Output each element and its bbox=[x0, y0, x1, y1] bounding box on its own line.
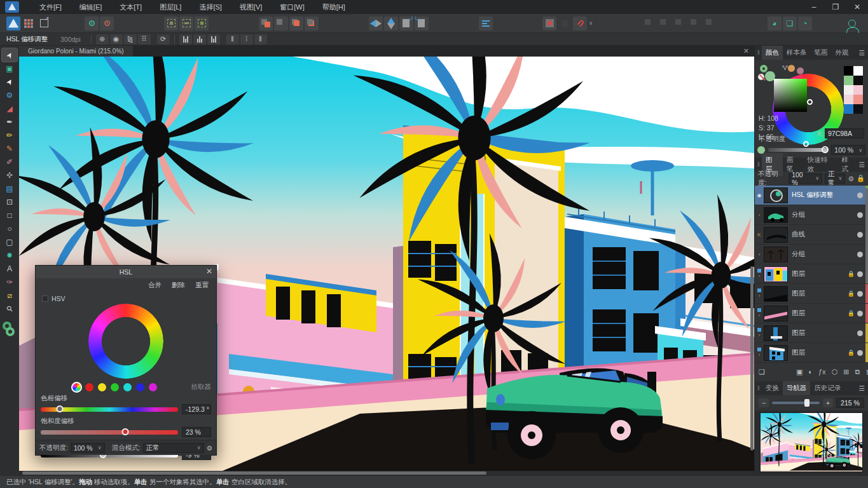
delete-button[interactable]: 删除 bbox=[172, 281, 185, 291]
align-left-button[interactable] bbox=[179, 34, 192, 44]
layer-name[interactable]: 图层 bbox=[792, 309, 848, 318]
picker-button[interactable]: 拾取器 bbox=[191, 383, 212, 391]
pen-tool[interactable]: ✒ bbox=[2, 115, 17, 128]
layer-thumbnail[interactable] bbox=[764, 187, 788, 203]
replace-selection-button[interactable] bbox=[688, 17, 702, 30]
layers-settings-gear-icon[interactable]: ⚙ bbox=[848, 175, 853, 182]
snap-candidates-button[interactable] bbox=[558, 17, 572, 30]
layer-expander[interactable]: › bbox=[755, 308, 764, 318]
insert-top-button[interactable] bbox=[642, 17, 656, 30]
layer-lock-icon[interactable]: 🔒 bbox=[848, 290, 855, 297]
close-button[interactable]: ✕ bbox=[846, 0, 868, 14]
hue-shift-value[interactable]: -129.3 ° bbox=[182, 404, 211, 414]
rotate-cw-button[interactable] bbox=[415, 17, 429, 30]
measure-tool[interactable]: ⧄ bbox=[2, 288, 17, 302]
layers-opacity-dropdown[interactable]: 100 %∨ bbox=[789, 173, 822, 184]
hue-swatch[interactable] bbox=[98, 383, 106, 391]
swatch[interactable] bbox=[844, 85, 853, 95]
rotate-ccw-button[interactable] bbox=[399, 17, 413, 30]
zoom-in-button[interactable]: + bbox=[823, 398, 833, 407]
minimize-button[interactable]: – bbox=[803, 0, 825, 14]
menu-item[interactable]: 帮助[H] bbox=[313, 1, 354, 14]
navigator-panel-tab[interactable]: 变换 bbox=[762, 381, 783, 395]
layer-thumbnail[interactable] bbox=[764, 325, 788, 341]
layer-visibility-toggle[interactable] bbox=[857, 330, 863, 336]
swatch[interactable] bbox=[844, 76, 853, 85]
layer-name[interactable]: 图层 bbox=[792, 329, 857, 337]
expander-chevron-icon[interactable]: › bbox=[759, 352, 761, 358]
blend-mode-dropdown[interactable]: 正常∨ bbox=[143, 443, 204, 453]
fill-stroke-selector[interactable] bbox=[3, 322, 17, 338]
navigator-panel-tab[interactable]: 导航器 bbox=[783, 381, 811, 395]
add-group-icon[interactable]: ⧉ bbox=[855, 368, 860, 376]
mask-layer-icon[interactable]: ▣ bbox=[796, 368, 803, 376]
zoom-tool[interactable]: ⚲ bbox=[2, 302, 17, 315]
layer-expander[interactable]: › bbox=[755, 212, 764, 218]
account-button[interactable] bbox=[845, 17, 859, 30]
insert-inside-button[interactable] bbox=[673, 17, 687, 30]
hue-swatch[interactable] bbox=[136, 383, 144, 391]
color-picker-tool[interactable]: ✑ bbox=[2, 275, 17, 288]
layer-name[interactable]: 曲线 bbox=[792, 230, 857, 239]
menu-item[interactable]: 选择[S] bbox=[190, 1, 230, 14]
layer-expander[interactable]: ◉ bbox=[755, 193, 764, 198]
menu-item[interactable]: 图层[L] bbox=[151, 1, 190, 14]
pencil-tool[interactable]: ✏ bbox=[2, 128, 17, 142]
layer-expander[interactable]: › bbox=[755, 328, 764, 338]
expander-chevron-icon[interactable]: › bbox=[759, 273, 761, 279]
canvas-horizontal-scrollbar[interactable] bbox=[22, 471, 486, 475]
layer-row[interactable]: ›图层🔒 bbox=[755, 264, 868, 284]
layer-row[interactable]: ›图层🔒 bbox=[755, 284, 868, 304]
swatch[interactable] bbox=[844, 66, 853, 76]
brush-tool[interactable]: ✎ bbox=[2, 142, 17, 155]
point-transform-tool[interactable]: ⚙ bbox=[2, 88, 17, 102]
layer-expander[interactable]: › bbox=[755, 252, 764, 257]
hue-swatch[interactable] bbox=[85, 383, 93, 391]
navigator-thumbnail[interactable] bbox=[761, 413, 862, 471]
layers-panel-menu-icon[interactable]: ☰ bbox=[859, 161, 865, 168]
layer-name[interactable]: 图层 bbox=[792, 269, 848, 278]
mirror-button[interactable]: ⧎ bbox=[124, 34, 137, 44]
zoom-out-button[interactable]: − bbox=[759, 398, 769, 407]
transform-mode-button[interactable] bbox=[164, 17, 178, 30]
zoom-slider[interactable] bbox=[772, 402, 820, 404]
color-panel-menu-icon[interactable]: ☰ bbox=[859, 49, 865, 57]
layer-expander[interactable]: K bbox=[755, 232, 764, 238]
snapping-options-button[interactable] bbox=[542, 17, 556, 30]
transform-origin-button[interactable]: ⊕ bbox=[96, 34, 109, 44]
smudge-tool[interactable]: ✜ bbox=[2, 168, 17, 182]
text-tool[interactable]: A bbox=[2, 262, 17, 275]
alignment-button[interactable] bbox=[479, 17, 493, 30]
expander-chevron-icon[interactable]: › bbox=[759, 212, 761, 218]
opacity-dropdown[interactable]: 100 %∨ bbox=[831, 145, 865, 155]
pixel-persona-button[interactable] bbox=[22, 17, 36, 30]
layer-thumbnail[interactable] bbox=[764, 306, 788, 322]
flip-vertical-button[interactable] bbox=[384, 17, 398, 30]
navigator-panel-tab[interactable]: 历史记录 bbox=[810, 381, 844, 395]
boolean-subtract-button[interactable] bbox=[274, 17, 288, 30]
hex-input[interactable]: 97C98A bbox=[825, 128, 864, 139]
designer-persona-button[interactable] bbox=[6, 17, 20, 30]
boolean-add-button[interactable] bbox=[259, 17, 273, 30]
layer-thumbnail[interactable] bbox=[764, 266, 788, 282]
layer-visibility-toggle[interactable] bbox=[857, 232, 863, 238]
swatch[interactable] bbox=[853, 104, 863, 114]
vector-brush-tool[interactable]: ✐ bbox=[2, 155, 17, 168]
color-panel-tab[interactable]: 笔画 bbox=[810, 46, 831, 60]
panel-grip-icon[interactable]: ‖ bbox=[757, 385, 760, 391]
rounded-rectangle-tool[interactable]: ▢ bbox=[2, 235, 17, 248]
boolean-divide-button[interactable] bbox=[305, 17, 319, 30]
layer-name[interactable]: 分组 bbox=[792, 210, 857, 219]
layer-visibility-toggle[interactable] bbox=[857, 193, 863, 198]
expander-chevron-icon[interactable]: › bbox=[759, 313, 761, 318]
layer-visibility-toggle[interactable] bbox=[857, 350, 863, 356]
distribute-2-button[interactable]: ⦙ bbox=[240, 34, 253, 44]
color-panel-tab[interactable]: 样本条 bbox=[783, 46, 811, 60]
insert-behind-button[interactable] bbox=[658, 17, 672, 30]
document-tab[interactable]: Giordano Poloni - Miami (215.0%) bbox=[19, 46, 133, 57]
node-tool[interactable]: ➤ bbox=[2, 75, 17, 88]
layer-row[interactable]: ›分组 bbox=[755, 205, 868, 225]
export-persona-button[interactable] bbox=[37, 17, 51, 30]
layer-expander[interactable]: › bbox=[755, 269, 764, 279]
color-square[interactable] bbox=[774, 79, 807, 112]
